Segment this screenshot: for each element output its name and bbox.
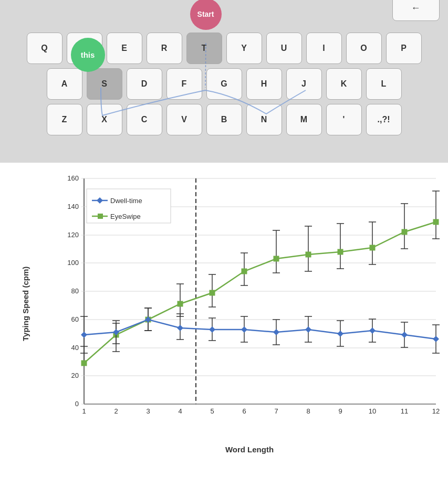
svg-marker-126 (337, 331, 343, 337)
svg-marker-129 (433, 336, 439, 342)
svg-text:8: 8 (306, 407, 310, 415)
key-S[interactable]: S (87, 68, 122, 100)
this-bubble: this (71, 38, 105, 72)
svg-text:40: 40 (71, 344, 79, 352)
svg-rect-80 (402, 229, 407, 235)
key-E[interactable]: E (107, 33, 142, 64)
svg-rect-78 (338, 249, 343, 255)
svg-text:0: 0 (75, 400, 79, 408)
svg-text:1: 1 (82, 407, 86, 415)
svg-text:100: 100 (67, 259, 79, 267)
key-punctuation[interactable]: .,?! (366, 104, 402, 135)
key-R[interactable]: R (147, 33, 182, 64)
key-F[interactable]: F (166, 68, 202, 100)
svg-text:140: 140 (67, 203, 79, 210)
keyboard-section: Start this ← Q W E R T Y U (0, 0, 448, 163)
start-bubble: Start (190, 0, 222, 30)
key-J[interactable]: J (286, 68, 322, 100)
svg-marker-122 (209, 326, 215, 333)
backspace-key[interactable]: ← (392, 0, 440, 21)
y-axis-label: Typing Speed (cpm) (21, 299, 30, 341)
key-B[interactable]: B (206, 104, 242, 135)
svg-text:6: 6 (242, 407, 246, 415)
key-N[interactable]: N (246, 104, 282, 135)
svg-text:160: 160 (67, 174, 79, 182)
key-I[interactable]: I (306, 33, 342, 64)
key-Q[interactable]: Q (27, 33, 62, 64)
chart-svg: 0 20 40 60 80 100 120 140 160 (58, 173, 441, 430)
svg-text:4: 4 (178, 407, 182, 415)
key-row-2: A S D F G H J K L (9, 68, 440, 100)
key-P[interactable]: P (386, 33, 422, 64)
key-row-3: Z X C V B N M ' .,?! (9, 104, 440, 135)
svg-text:20: 20 (71, 372, 79, 379)
svg-rect-73 (178, 301, 183, 306)
svg-text:120: 120 (67, 231, 79, 239)
svg-marker-123 (241, 326, 247, 333)
x-axis-label: Word Length (225, 445, 274, 454)
key-X[interactable]: X (87, 104, 122, 135)
chart-area: 0 20 40 60 80 100 120 140 160 (58, 173, 441, 430)
svg-rect-74 (210, 290, 215, 295)
key-M[interactable]: M (286, 104, 322, 135)
key-D[interactable]: D (127, 68, 162, 100)
key-K[interactable]: K (326, 68, 362, 100)
chart-section: Typing Speed (cpm) 0 20 40 60 (0, 163, 448, 477)
svg-marker-128 (401, 332, 408, 338)
key-Z[interactable]: Z (47, 104, 82, 135)
svg-marker-118 (81, 332, 87, 338)
key-H[interactable]: H (246, 68, 282, 100)
svg-text:11: 11 (401, 407, 408, 415)
svg-marker-127 (369, 327, 376, 334)
key-T[interactable]: T (186, 33, 222, 64)
svg-marker-125 (305, 326, 311, 333)
svg-rect-135 (98, 214, 103, 219)
svg-text:3: 3 (146, 407, 150, 415)
key-A[interactable]: A (47, 68, 82, 100)
keyboard-wrapper: Start this ← Q W E R T Y U (9, 27, 440, 135)
svg-text:10: 10 (369, 407, 376, 415)
key-L[interactable]: L (366, 68, 402, 100)
svg-rect-76 (274, 256, 279, 261)
key-V[interactable]: V (166, 104, 202, 135)
svg-rect-81 (433, 219, 439, 225)
key-G[interactable]: G (206, 68, 242, 100)
svg-text:9: 9 (338, 407, 342, 415)
svg-text:EyeSwipe: EyeSwipe (110, 213, 141, 220)
svg-rect-77 (306, 252, 311, 257)
key-O[interactable]: O (346, 33, 382, 64)
key-apostrophe[interactable]: ' (326, 104, 362, 135)
svg-text:80: 80 (71, 287, 79, 295)
svg-text:Dwell-time: Dwell-time (110, 197, 142, 205)
svg-text:2: 2 (114, 407, 118, 415)
svg-rect-70 (81, 361, 87, 366)
svg-text:60: 60 (71, 315, 79, 323)
svg-rect-79 (370, 245, 375, 250)
svg-marker-121 (177, 325, 183, 331)
svg-rect-75 (242, 269, 247, 274)
key-Y[interactable]: Y (226, 33, 262, 64)
key-C[interactable]: C (127, 104, 162, 135)
svg-marker-124 (273, 329, 279, 335)
svg-text:7: 7 (274, 407, 278, 415)
svg-text:12: 12 (432, 407, 440, 415)
svg-text:5: 5 (210, 407, 214, 415)
key-U[interactable]: U (266, 33, 302, 64)
